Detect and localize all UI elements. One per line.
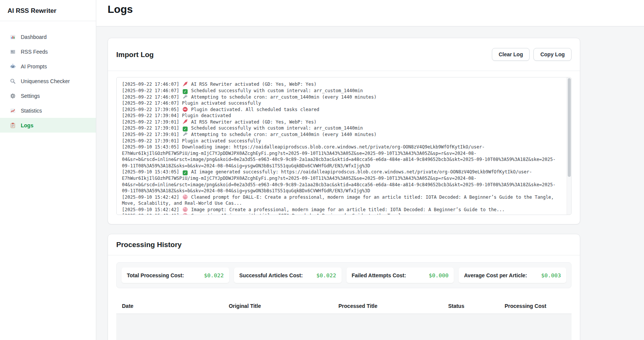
sidebar-item-dashboard[interactable]: Dashboard [0,29,96,44]
log-line: [2025-09-22 17:39:01] Plugin activated s… [122,138,560,144]
log-line: [2025-09-22 17:39:01] Attempting to sche… [122,131,560,138]
processing-history-body: Total Processing Cost:$0.022Successful A… [108,255,580,340]
column-header-status: Status [448,298,505,314]
log-line: [2025-09-22 17:39:01] AI RSS Rewriter ac… [122,119,560,125]
sidebar-item-label: RSS Feeds [21,49,48,55]
log-line: [2025-09-10 15:42:41] Generating AI imag… [122,213,560,215]
app-title: AI RSS Rewriter [0,0,96,21]
log-line: [2025-09-10 15:43:05] ✓ AI image generat… [122,169,560,194]
log-line: [2025-09-22 17:46:07] AI RSS Rewriter ac… [122,81,560,88]
processing-history-header: Processing History [108,234,580,255]
processing-history-table: DateOriginal TitleProcessed TitleStatusP… [116,298,572,340]
page-title: Logs [108,3,633,15]
page-header: Logs [96,0,644,26]
import-log-header: Import Log Clear Log Copy Log [108,38,580,71]
table-row [116,314,572,340]
palette-icon [183,207,188,212]
cost-value: $0.022 [316,272,336,278]
table-row-placeholder [116,314,572,340]
sidebar-item-label: Dashboard [21,34,47,40]
log-line: [2025-09-10 15:42:42] Image prompt: Crea… [122,207,560,213]
sidebar-item-uniqueness-checker[interactable]: Uniqueness Checker [0,74,96,88]
log-scrollbar-thumb[interactable] [568,78,571,177]
sidebar: AI RSS Rewriter DashboardRSS FeedsAI Pro… [0,0,96,340]
sidebar-item-statistics[interactable]: Statistics [0,103,96,118]
rocket-icon [183,82,188,87]
log-content: [2025-09-22 17:46:07] AI RSS Rewriter ac… [117,77,571,215]
log-viewer[interactable]: [2025-09-22 17:46:07] AI RSS Rewriter ac… [116,77,572,215]
check-icon: ✓ [183,89,188,94]
import-log-card: Import Log Clear Log Copy Log [2025-09-2… [108,38,580,224]
copy-log-button[interactable]: Copy Log [533,48,572,61]
import-log-actions: Clear Log Copy Log [492,48,572,61]
cost-value: $0.022 [204,272,223,278]
cost-card-1: Successful Articles Cost:$0.022 [234,267,342,283]
check-icon: ✓ [183,170,188,175]
cost-label: Average Cost per Article: [464,272,527,278]
log-line: [2025-09-22 17:39:05] Plugin deactivated… [122,107,560,113]
sidebar-item-label: Uniqueness Checker [21,78,70,84]
no-entry-icon [183,107,188,112]
column-header-date: Date [116,298,229,314]
rocket-icon [183,119,188,124]
sidebar-item-label: Logs [21,122,33,128]
log-line: [2025-09-22 17:46:07] Plugin activated s… [122,100,560,107]
import-log-title: Import Log [116,49,154,60]
cost-card-2: Failed Attempts Cost:$0.000 [347,267,454,283]
log-line: [2025-09-22 17:46:07] ✓ Scheduled succes… [122,88,560,94]
chart-up-icon [10,108,16,114]
log-line: [2025-09-22 17:39:01] ✓ Scheduled succes… [122,125,560,131]
palette-icon [183,213,188,215]
sidebar-item-label: Settings [21,93,40,99]
processing-history-title: Processing History [116,240,182,250]
sidebar-item-logs[interactable]: Logs [0,118,96,133]
cost-label: Successful Articles Cost: [239,272,303,278]
table-header-row: DateOriginal TitleProcessed TitleStatusP… [116,298,572,314]
sidebar-item-settings[interactable]: Settings [0,88,96,103]
column-header-processed-title: Processed Title [339,298,448,314]
magnifier-icon [10,78,16,84]
main-content: Logs Import Log Clear Log Copy Log [2025… [96,0,644,340]
log-line: [2025-09-10 15:42:42] Cleaned prompt for… [122,194,560,207]
column-header-original-title: Original Title [229,298,339,314]
wrench-icon [183,132,188,137]
check-icon: ✓ [183,127,188,131]
log-line: [2025-09-22 17:39:04] Plugin deactivated [122,113,560,119]
clear-log-button[interactable]: Clear Log [492,48,530,61]
column-header-processing-cost: Processing Cost [505,298,572,314]
sidebar-item-rss-feeds[interactable]: RSS Feeds [0,44,96,59]
gear-icon [10,93,16,99]
cost-value: $0.000 [429,272,448,278]
sidebar-item-label: AI Prompts [21,63,47,70]
cost-card-3: Average Cost per Article:$0.003 [459,267,566,283]
import-log-body: [2025-09-22 17:46:07] AI RSS Rewriter ac… [108,71,580,224]
robot-icon [10,63,16,70]
cost-summary-panel: Total Processing Cost:$0.022Successful A… [116,262,572,288]
processing-history-card: Processing History Total Processing Cost… [108,234,580,340]
cost-value: $0.003 [541,272,561,278]
clipboard-icon [10,122,16,128]
sidebar-menu: DashboardRSS FeedsAI PromptsUniqueness C… [0,21,96,133]
app-root: AI RSS Rewriter DashboardRSS FeedsAI Pro… [0,0,644,340]
cost-label: Failed Attempts Cost: [352,272,406,278]
log-line: [2025-09-10 15:43:05] Downloading image:… [122,144,560,169]
sidebar-item-ai-prompts[interactable]: AI Prompts [0,59,96,74]
cost-label: Total Processing Cost: [127,272,184,278]
bar-chart-icon [10,34,16,40]
palette-icon [183,195,188,199]
newspaper-icon [10,49,16,55]
log-line: [2025-09-22 17:46:07] Attempting to sche… [122,94,560,100]
log-scrollbar[interactable] [567,77,571,215]
page-content: Import Log Clear Log Copy Log [2025-09-2… [96,26,644,340]
cost-card-0: Total Processing Cost:$0.022 [122,267,229,283]
sidebar-item-label: Statistics [21,108,42,114]
wrench-icon [183,94,188,99]
